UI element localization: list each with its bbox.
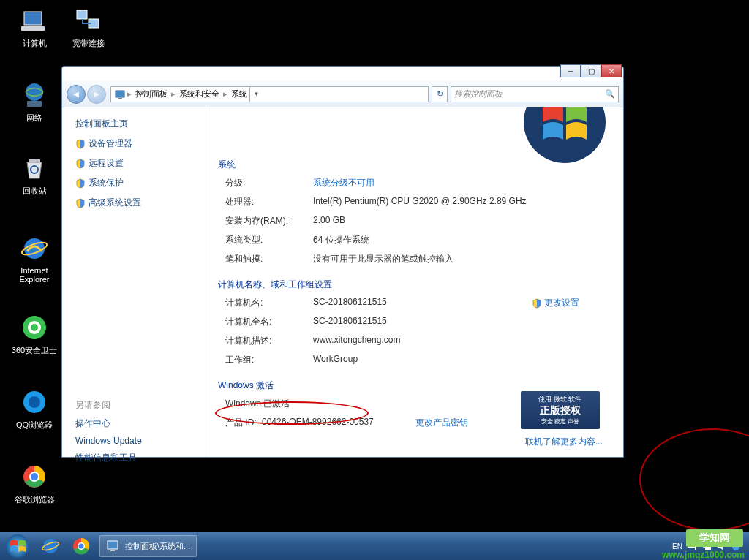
desktop-icon-label: Internet Explorer <box>9 266 60 284</box>
change-settings-link[interactable]: 更改设置 <box>532 297 579 309</box>
desktop-icon-label: 宽带连接 <box>63 38 114 49</box>
desktop-icon-chrome[interactable]: 谷歌浏览器 <box>9 462 60 505</box>
svg-point-13 <box>31 324 38 331</box>
network-icon <box>20 80 49 110</box>
nav-bar: ◄ ► ▸ 控制面板 ▸ 系统和安全 ▸ 系统 ▼ ↻ 搜索控制面板 🔍 <box>62 81 623 107</box>
search-placeholder: 搜索控制面板 <box>454 88 503 99</box>
svg-rect-20 <box>118 98 122 99</box>
search-icon: 🔍 <box>605 89 615 99</box>
desktop-icon-label: 谷歌浏览器 <box>9 494 60 505</box>
sidebar: 控制面板主页 设备管理器 远程设置 系统保护 高级系统设置 另请参阅 操作中心 … <box>62 107 206 457</box>
desktop-icon-qq[interactable]: QQ浏览器 <box>9 387 60 431</box>
broadband-icon <box>74 6 103 35</box>
row-full-name: 计算机全名:SC-201806121515 <box>218 316 623 328</box>
shield-icon <box>532 298 542 309</box>
back-button[interactable]: ◄ <box>67 85 86 104</box>
sidebar-link-device-manager[interactable]: 设备管理器 <box>75 137 198 150</box>
svg-rect-28 <box>108 541 118 549</box>
svg-rect-2 <box>77 10 87 19</box>
breadcrumb-l2[interactable]: 系统 <box>229 88 249 99</box>
desktop-icon-label: 360安全卫士 <box>9 345 60 356</box>
svg-rect-1 <box>21 26 45 31</box>
watermark-url: www.jmqz1000.com <box>662 550 745 560</box>
svg-rect-29 <box>110 550 115 551</box>
see-also-header: 另请参阅 <box>75 399 198 412</box>
close-button[interactable]: ✕ <box>601 64 622 77</box>
desktop-icon-ie[interactable]: Internet Explorer <box>9 234 60 284</box>
desktop-icon-label: QQ浏览器 <box>9 420 60 431</box>
taskbar-ie-icon[interactable] <box>36 534 65 558</box>
taskbar-task-control-panel[interactable]: 控制面板\系统和... <box>99 535 197 557</box>
see-also-action-center[interactable]: 操作中心 <box>75 417 198 430</box>
breadcrumb-sep: ▸ <box>170 89 177 99</box>
breadcrumb-root[interactable]: 控制面板 <box>133 88 170 99</box>
svg-rect-6 <box>27 101 42 107</box>
genuine-badge: 使用 微软 软件 正版授权 安全 稳定 声誉 <box>521 391 600 429</box>
watermark-logo: 学知网 <box>686 529 743 547</box>
svg-point-23 <box>43 539 58 553</box>
minimize-button[interactable]: ─ <box>560 64 581 77</box>
rating-link[interactable]: 系统分级不可用 <box>313 177 623 189</box>
svg-point-21 <box>524 107 606 163</box>
row-rating: 分级:系统分级不可用 <box>218 177 623 189</box>
sidebar-link-advanced[interactable]: 高级系统设置 <box>75 197 198 209</box>
breadcrumb-l1[interactable]: 系统和安全 <box>177 88 222 99</box>
svg-rect-0 <box>24 12 42 25</box>
shield-icon <box>75 198 86 208</box>
svg-rect-19 <box>116 91 124 97</box>
row-workgroup: 工作组:WorkGroup <box>218 354 623 366</box>
svg-point-4 <box>26 83 43 101</box>
maximize-button[interactable]: ▢ <box>581 64 601 77</box>
svg-point-9 <box>24 238 45 259</box>
control-panel-icon <box>114 88 126 100</box>
address-dropdown[interactable]: ▼ <box>249 86 263 102</box>
change-product-key-link[interactable]: 更改产品密钥 <box>415 417 468 429</box>
domain-section-header: 计算机名称、域和工作组设置 <box>218 279 623 291</box>
desktop-icon-computer[interactable]: 计算机 <box>9 6 60 49</box>
svg-rect-7 <box>29 159 40 162</box>
annotation-ellipse-corner <box>639 428 749 531</box>
desktop-icon-360[interactable]: 360安全卫士 <box>9 313 60 356</box>
window-controls: ─ ▢ ✕ <box>560 64 622 77</box>
chrome-icon <box>20 462 49 491</box>
see-also-performance[interactable]: 性能信息和工具 <box>75 452 198 464</box>
forward-button[interactable]: ► <box>87 85 106 104</box>
system-properties-window: ─ ▢ ✕ ◄ ► ▸ 控制面板 ▸ 系统和安全 ▸ 系统 ▼ ↻ 搜索控制面板… <box>61 66 624 458</box>
desktop-icon-label: 计算机 <box>9 38 60 49</box>
desktop-icon-label: 网络 <box>9 113 60 124</box>
search-input[interactable]: 搜索控制面板 🔍 <box>451 86 619 102</box>
windows-logo-icon <box>521 107 609 166</box>
tray-lang[interactable]: EN <box>672 542 682 550</box>
svg-point-27 <box>79 544 84 549</box>
taskbar: 控制面板\系统和... EN <box>0 532 749 560</box>
control-panel-icon <box>106 539 121 553</box>
row-ram: 安装内存(RAM):2.00 GB <box>218 215 623 227</box>
sidebar-link-remote[interactable]: 远程设置 <box>75 157 198 170</box>
refresh-button[interactable]: ↻ <box>432 86 448 102</box>
row-system-type: 系统类型:64 位操作系统 <box>218 234 623 246</box>
sidebar-link-protection[interactable]: 系统保护 <box>75 177 198 189</box>
breadcrumb-sep: ▸ <box>222 89 229 99</box>
desktop-icon-recycle[interactable]: 回收站 <box>9 154 60 197</box>
sidebar-home-link[interactable]: 控制面板主页 <box>75 118 198 130</box>
row-processor: 处理器:Intel(R) Pentium(R) CPU G2020 @ 2.90… <box>218 196 623 208</box>
row-pen-touch: 笔和触摸:没有可用于此显示器的笔或触控输入 <box>218 253 623 265</box>
row-description: 计算机描述:www.xitongcheng.com <box>218 335 623 347</box>
taskbar-chrome-icon[interactable] <box>67 534 96 558</box>
360-icon <box>20 313 49 342</box>
desktop-icon-broadband[interactable]: 宽带连接 <box>63 6 114 49</box>
svg-point-18 <box>31 473 38 480</box>
desktop-icon-label: 回收站 <box>9 186 60 197</box>
desktop-icon-network[interactable]: 网络 <box>9 80 60 124</box>
shield-icon <box>75 159 86 169</box>
activation-section-header: Windows 激活 <box>218 379 623 392</box>
address-bar[interactable]: ▸ 控制面板 ▸ 系统和安全 ▸ 系统 ▼ <box>110 86 429 102</box>
content-pane: 系统 分级:系统分级不可用 处理器:Intel(R) Pentium(R) CP… <box>206 107 623 457</box>
shield-icon <box>75 178 86 189</box>
start-button[interactable] <box>0 532 35 560</box>
recycle-icon <box>20 154 49 183</box>
learn-more-link[interactable]: 联机了解更多内容... <box>525 436 603 448</box>
qq-browser-icon <box>20 387 49 417</box>
see-also-windows-update[interactable]: Windows Update <box>75 436 198 446</box>
svg-point-15 <box>29 396 40 408</box>
